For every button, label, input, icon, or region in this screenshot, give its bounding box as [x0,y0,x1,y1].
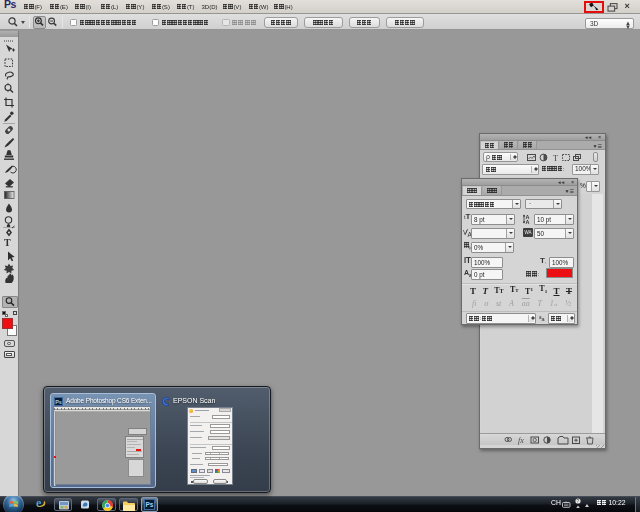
svg-text:T: T [553,153,559,162]
svg-text:A: A [526,219,530,224]
svg-text:fx: fx [518,436,524,445]
